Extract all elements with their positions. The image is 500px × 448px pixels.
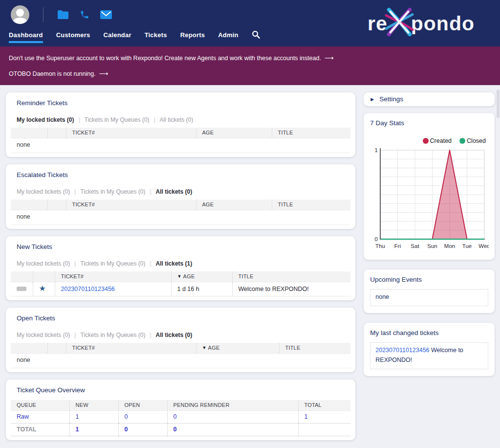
svg-text:Sun: Sun [428,243,437,249]
column-age[interactable]: AGE [196,200,272,210]
tab-tickets-in-my-queues[interactable]: Tickets in My Queues (0) [80,188,145,195]
dashboard-page: Dashboard Customers Calendar Tickets Rep… [0,0,500,448]
header-quick-actions [57,9,112,20]
column-flag [47,128,66,138]
column-age[interactable]: ▼AGE [171,271,232,282]
total-pending-count[interactable]: 0 [174,426,177,433]
arrow-right-icon[interactable]: ⟶ [325,54,334,62]
queue-pending-count[interactable]: 0 [174,413,177,420]
queue-link[interactable]: Raw [17,413,29,420]
tab-my-locked-tickets[interactable]: My locked tickets (0) [17,188,70,195]
seven-day-stats-chart: 01ThuFriSatSunMonTueWed [371,146,489,252]
tab-separator: | [150,188,151,195]
phone-icon[interactable] [79,9,90,20]
tab-my-locked-tickets[interactable]: My locked tickets (0) [17,332,70,338]
tickets-table: TICKET# ▼AGE TITLE none [11,343,350,368]
ticket-link[interactable]: 2023070110123456 [61,286,115,292]
avatar-head-shape [16,9,24,17]
column-select [11,128,47,138]
column-ticket-number[interactable]: TICKET# [66,200,196,210]
settings-toggle[interactable]: ▶ Settings [364,92,495,106]
ticket-filter-tabs: My locked tickets (0) | Tickets in My Qu… [17,116,350,123]
chart-container: 01ThuFriSatSunMonTueWed [369,146,490,254]
nav-tickets[interactable]: Tickets [145,31,167,43]
closed-dot-icon [459,138,465,144]
nav-customers[interactable]: Customers [56,31,90,43]
logo-x-burst-icon [384,7,414,42]
queue-total-count[interactable]: 1 [304,413,308,420]
nav-calendar[interactable]: Calendar [103,31,131,43]
nav-admin[interactable]: Admin [218,31,238,43]
folder-icon[interactable] [57,9,69,20]
user-avatar[interactable] [11,5,29,24]
column-age[interactable]: AGE [196,128,272,138]
panel-title: Open Tickets [17,314,350,322]
column-select [11,271,33,282]
svg-text:Thu: Thu [375,243,385,249]
last-changed-item: 2023070110123456 Welcome to REXPONDO! [370,342,488,369]
seven-day-stats-panel: 7 Day Stats Created Closed 01ThuFriSatSu… [364,113,495,260]
total-new-count[interactable]: 1 [76,426,79,433]
column-ticket-number[interactable]: TICKET# [66,343,196,354]
column-flag [33,271,55,282]
mail-icon[interactable] [100,9,112,20]
top-header: Dashboard Customers Calendar Tickets Rep… [0,0,500,46]
last-changed-tickets-panel: My last changed tickets 2023070110123456… [364,323,495,376]
tab-all-tickets[interactable]: All tickets (0) [156,188,193,195]
ticket-filter-tabs: My locked tickets (0) | Tickets in My Qu… [17,332,350,338]
total-open-count[interactable]: 0 [125,426,128,433]
scrollbar-thumb[interactable] [497,90,500,118]
column-title[interactable]: TITLE [272,200,350,210]
column-age[interactable]: ▼AGE [196,343,279,354]
notification-text: Don't use the Superuser account to work … [9,55,321,62]
queue-row: Raw 1 0 0 1 [11,411,350,424]
svg-text:Sat: Sat [411,243,420,249]
column-select [11,200,47,210]
search-icon[interactable] [252,30,260,43]
column-title[interactable]: TITLE [232,271,350,282]
ticket-link[interactable]: 2023070110123456 [375,347,429,354]
tab-all-tickets[interactable]: All tickets (1) [156,260,193,267]
star-icon[interactable]: ★ [39,284,46,292]
tab-tickets-in-my-queues[interactable]: Tickets in My Queues (0) [85,116,150,123]
column-ticket-number[interactable]: TICKET# [66,128,196,138]
ticket-filter-tabs: My locked tickets (0) | Tickets in My Qu… [17,188,350,195]
tickets-table: TICKET# AGE TITLE none [11,128,350,153]
legend-label: Created [430,137,452,144]
notification-superuser[interactable]: Don't use the Superuser account to work … [9,54,491,62]
tab-my-locked-tickets[interactable]: My locked tickets (0) [17,116,74,123]
tab-separator: | [74,188,76,195]
header-divider [43,7,43,22]
tab-separator: | [78,116,80,123]
nav-reports[interactable]: Reports [180,31,205,43]
ticket-queue-overview-panel: Ticket Queue Overview QUEUE NEW OPEN PEN… [6,380,355,440]
tickets-table: TICKET# AGE TITLE none [11,200,350,225]
total-total-count [298,424,350,436]
queue-open-count[interactable]: 0 [125,413,128,420]
empty-value: none [11,138,350,153]
tab-tickets-in-my-queues[interactable]: Tickets in My Queues (0) [80,332,145,338]
tab-all-tickets[interactable]: All tickets (0) [156,332,193,338]
tab-separator: | [150,260,151,267]
notification-daemon[interactable]: OTOBO Daemon is not running.⟶ [9,70,491,77]
sort-desc-icon: ▼ [202,345,207,350]
queue-new-count[interactable]: 1 [76,413,79,420]
column-ticket-number[interactable]: TICKET# [55,271,171,282]
bulk-select-handle[interactable] [17,287,26,291]
nav-dashboard[interactable]: Dashboard [9,31,43,43]
sidebar-column: ▶ Settings 7 Day Stats Created Closed [364,92,495,386]
column-title[interactable]: TITLE [279,343,350,354]
main-column: Reminder Tickets My locked tickets (0) |… [6,92,355,448]
tab-tickets-in-my-queues[interactable]: Tickets in My Queues (0) [80,260,145,267]
arrow-right-icon[interactable]: ⟶ [99,70,109,77]
sort-desc-icon: ▼ [177,274,182,279]
ticket-title: Welcome to REXPONDO! [232,282,350,296]
tickets-table: TICKET# ▼AGE TITLE ★ 2023070110123456 1 … [11,271,350,296]
tab-my-locked-tickets[interactable]: My locked tickets (0) [17,260,70,267]
open-tickets-panel: Open Tickets My locked tickets (0) | Tic… [6,308,355,372]
column-title[interactable]: TITLE [272,128,350,138]
panel-title: Upcoming Events [370,276,490,283]
tab-all-tickets[interactable]: All tickets (0) [160,116,194,123]
rexpondo-logo[interactable]: re pondo [368,3,475,44]
column-flag [47,343,66,354]
